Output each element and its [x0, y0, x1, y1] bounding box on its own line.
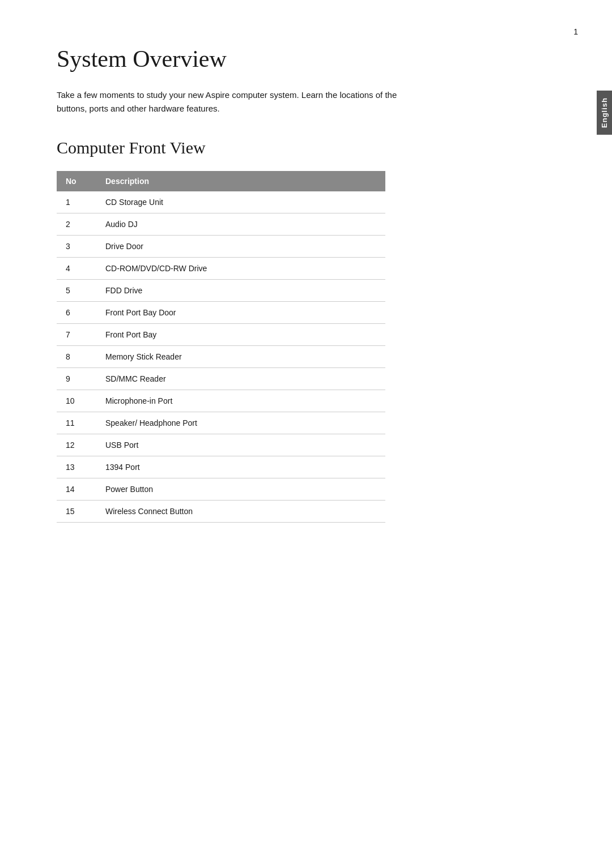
page-number: 1	[573, 27, 578, 36]
section-title: Computer Front View	[57, 138, 453, 157]
cell-description: Audio DJ	[96, 213, 385, 236]
cell-no: 13	[57, 456, 96, 478]
cell-description: FDD Drive	[96, 280, 385, 302]
cell-no: 14	[57, 478, 96, 501]
cell-description: Wireless Connect Button	[96, 501, 385, 523]
table-row: 15Wireless Connect Button	[57, 501, 385, 523]
table-row: 5FDD Drive	[57, 280, 385, 302]
table-row: 2Audio DJ	[57, 213, 385, 236]
column-header-no: No	[57, 171, 96, 191]
component-table: No Description 1CD Storage Unit2Audio DJ…	[57, 171, 385, 523]
table-row: 1CD Storage Unit	[57, 191, 385, 213]
table-row: 131394 Port	[57, 456, 385, 478]
cell-no: 1	[57, 191, 96, 213]
table-header-row: No Description	[57, 171, 385, 191]
table-row: 11Speaker/ Headphone Port	[57, 412, 385, 434]
cell-description: Front Port Bay	[96, 324, 385, 346]
cell-description: SD/MMC Reader	[96, 368, 385, 390]
table-row: 9SD/MMC Reader	[57, 368, 385, 390]
cell-description: Power Button	[96, 478, 385, 501]
table-row: 14Power Button	[57, 478, 385, 501]
column-header-description: Description	[96, 171, 385, 191]
cell-description: Drive Door	[96, 236, 385, 258]
main-content: System Overview Take a few moments to st…	[0, 0, 510, 568]
cell-no: 6	[57, 302, 96, 324]
cell-description: Microphone-in Port	[96, 390, 385, 412]
cell-no: 10	[57, 390, 96, 412]
cell-no: 4	[57, 258, 96, 280]
cell-no: 8	[57, 346, 96, 368]
cell-description: Front Port Bay Door	[96, 302, 385, 324]
intro-paragraph: Take a few moments to study your new Asp…	[57, 88, 419, 116]
cell-description: CD Storage Unit	[96, 191, 385, 213]
sidebar-language-tab: English	[597, 91, 612, 135]
cell-no: 2	[57, 213, 96, 236]
cell-description: 1394 Port	[96, 456, 385, 478]
cell-no: 12	[57, 434, 96, 456]
cell-no: 5	[57, 280, 96, 302]
cell-description: CD-ROM/DVD/CD-RW Drive	[96, 258, 385, 280]
cell-no: 7	[57, 324, 96, 346]
page-title: System Overview	[57, 45, 453, 72]
cell-description: Speaker/ Headphone Port	[96, 412, 385, 434]
cell-no: 3	[57, 236, 96, 258]
table-row: 10Microphone-in Port	[57, 390, 385, 412]
table-row: 4CD-ROM/DVD/CD-RW Drive	[57, 258, 385, 280]
table-row: 3Drive Door	[57, 236, 385, 258]
cell-no: 9	[57, 368, 96, 390]
cell-no: 11	[57, 412, 96, 434]
table-row: 6Front Port Bay Door	[57, 302, 385, 324]
table-row: 8Memory Stick Reader	[57, 346, 385, 368]
table-row: 7Front Port Bay	[57, 324, 385, 346]
cell-description: USB Port	[96, 434, 385, 456]
cell-description: Memory Stick Reader	[96, 346, 385, 368]
table-row: 12USB Port	[57, 434, 385, 456]
cell-no: 15	[57, 501, 96, 523]
